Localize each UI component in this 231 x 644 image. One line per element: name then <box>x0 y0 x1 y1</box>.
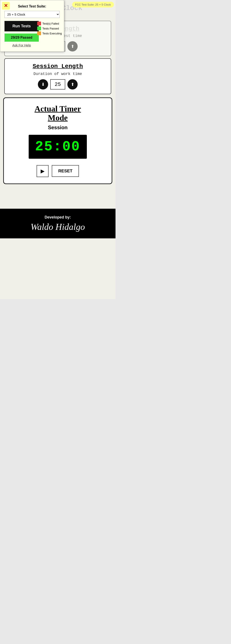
close-icon: ✕ <box>4 3 8 8</box>
footer: Developed by: Waldo Hidalgo <box>0 209 116 238</box>
session-length-stepper: ⬇ ⬆ <box>9 79 107 90</box>
legend-item-passed: Tests Passed <box>37 26 62 30</box>
play-button[interactable]: ▶ <box>37 165 49 177</box>
legend: Test(s) Failed Tests Passed Tests Execut… <box>37 22 62 36</box>
legend-dot-passed <box>37 26 41 30</box>
modal-close-button[interactable]: ✕ <box>2 2 10 10</box>
footer-author-name: Waldo Hidalgo <box>4 222 111 232</box>
legend-label-passed: Tests Passed <box>42 27 59 30</box>
timer-card: Actual Timer Mode Session 25:00 ▶ RESET <box>3 98 112 184</box>
reset-button[interactable]: RESET <box>52 165 79 177</box>
timer-time: 25:00 <box>35 139 80 154</box>
session-decrement-icon: ⬇ <box>41 82 45 87</box>
modal-overlay: ✕ Select Test Suite: 25 + 5 Clock Run Te… <box>0 0 116 68</box>
session-increment-icon: ⬆ <box>71 82 74 87</box>
modal-title: Select Test Suite: <box>5 4 60 8</box>
session-length-subtitle: Duration of work time <box>9 72 107 76</box>
legend-dot-executing <box>37 32 41 35</box>
timer-session-label: Session <box>8 124 107 130</box>
footer-developed-by: Developed by: <box>4 215 111 220</box>
session-length-value[interactable] <box>50 79 65 90</box>
timer-mode-title: Mode <box>8 114 107 122</box>
session-decrement-button[interactable]: ⬇ <box>38 79 48 90</box>
timer-display: 25:00 <box>29 135 87 159</box>
legend-label-failed: Test(s) Failed <box>42 22 59 25</box>
legend-dot-failed <box>37 22 41 26</box>
test-suite-select[interactable]: 25 + 5 Clock <box>5 11 60 18</box>
timer-main-title: Actual Timer <box>8 104 107 114</box>
legend-label-executing: Tests Executing <box>42 32 62 35</box>
help-link-container: Ask For Help <box>5 43 39 47</box>
timer-controls: ▶ RESET <box>8 165 107 177</box>
pass-badge-button[interactable]: 29/29 Passed <box>5 34 39 42</box>
test-suite-modal: ✕ Select Test Suite: 25 + 5 Clock Run Te… <box>0 0 64 52</box>
play-icon: ▶ <box>41 168 45 174</box>
legend-item-executing: Tests Executing <box>37 32 62 35</box>
run-tests-button[interactable]: Run Tests <box>5 21 39 32</box>
page-background: FCC Test Suite: 25 + 5 Clock 25 + 5 Cloc… <box>0 0 116 299</box>
session-increment-button[interactable]: ⬆ <box>67 79 78 90</box>
ask-for-help-link[interactable]: Ask For Help <box>13 43 31 47</box>
legend-item-failed: Test(s) Failed <box>37 22 62 26</box>
